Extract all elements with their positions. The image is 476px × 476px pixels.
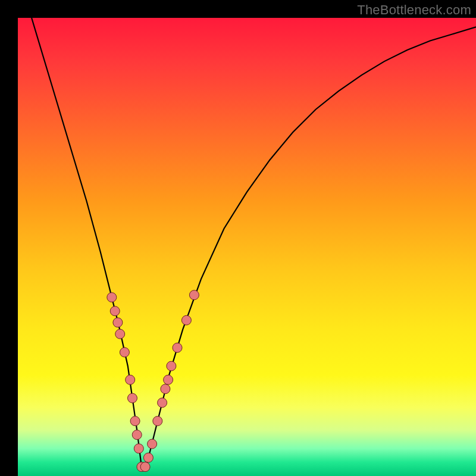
data-point <box>167 361 176 371</box>
data-point <box>126 375 135 384</box>
data-point <box>173 343 182 352</box>
data-point <box>158 398 167 408</box>
data-point <box>110 306 120 316</box>
data-point <box>128 393 137 403</box>
chart-svg <box>18 18 476 476</box>
data-points-group <box>107 290 199 472</box>
data-point <box>143 453 153 462</box>
data-point <box>140 462 150 472</box>
data-point <box>153 416 162 426</box>
data-point <box>130 416 140 426</box>
data-point <box>189 290 199 300</box>
watermark-text: TheBottleneck.com <box>357 2 471 18</box>
data-point <box>161 384 170 394</box>
data-point <box>134 444 143 453</box>
data-point <box>148 439 157 449</box>
plot-area <box>18 18 476 476</box>
data-point <box>164 375 173 384</box>
data-point <box>181 315 191 325</box>
chart-frame: TheBottleneck.com <box>0 0 476 476</box>
bottleneck-curve <box>32 18 476 467</box>
data-point <box>132 430 142 440</box>
data-point <box>120 347 129 357</box>
data-point <box>107 293 117 302</box>
data-point <box>113 318 123 327</box>
data-point <box>115 329 125 339</box>
